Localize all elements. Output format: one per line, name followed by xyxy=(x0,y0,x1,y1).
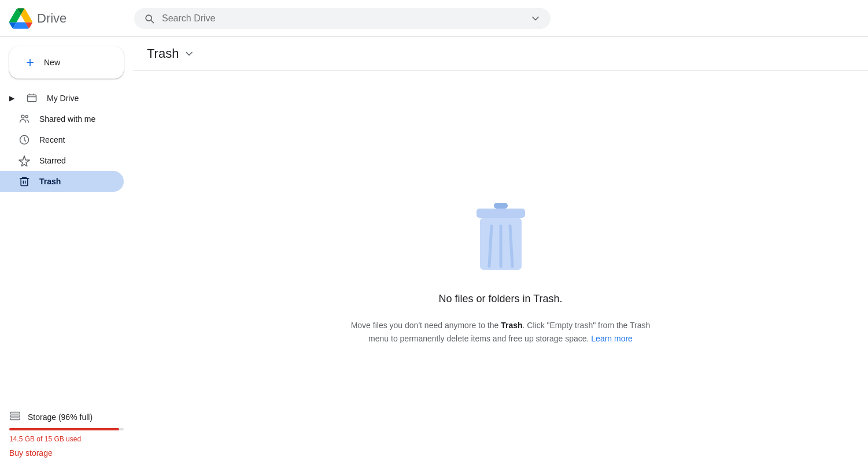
svg-rect-9 xyxy=(477,209,525,218)
sidebar-item-recent[interactable]: Recent xyxy=(0,129,124,150)
expand-arrow-icon: ▶ xyxy=(9,94,14,102)
my-drive-icon xyxy=(26,92,38,104)
search-bar[interactable] xyxy=(134,8,551,29)
sidebar-item-my-drive-label: My Drive xyxy=(47,94,79,103)
clock-icon xyxy=(19,134,30,146)
trash-empty-illustration xyxy=(466,198,535,279)
svg-rect-7 xyxy=(10,418,20,419)
sidebar-item-my-drive[interactable]: ▶ My Drive xyxy=(0,88,124,109)
sidebar-item-starred-label: Starred xyxy=(39,156,66,165)
content-body: No files or folders in Trash. Move files… xyxy=(133,71,868,472)
storage-bar-fill xyxy=(9,428,119,430)
empty-desc-bold: Trash xyxy=(501,321,522,330)
sidebar-item-shared-label: Shared with me xyxy=(39,114,95,124)
empty-state-description: Move files you don't need anymore to the… xyxy=(350,319,651,345)
new-button-label: New xyxy=(44,58,60,67)
empty-state-title: No files or folders in Trash. xyxy=(438,293,562,305)
sidebar: + New ▶ My Drive xyxy=(0,37,133,472)
storage-header-text: Storage (96% full) xyxy=(28,412,93,422)
svg-rect-6 xyxy=(10,415,20,417)
sidebar-item-shared-with-me[interactable]: Shared with me xyxy=(0,109,124,129)
search-dropdown-arrow-icon[interactable] xyxy=(530,13,541,24)
sidebar-item-trash-label: Trash xyxy=(39,177,61,186)
drive-logo-icon xyxy=(9,7,32,30)
content-area: Trash No files or folders in xyxy=(133,37,868,472)
svg-point-2 xyxy=(25,116,28,118)
storage-used-text: 14.5 GB of 15 GB used xyxy=(9,435,124,443)
topbar: Drive xyxy=(0,0,868,37)
search-icon xyxy=(143,13,155,24)
main-layout: + New ▶ My Drive xyxy=(0,37,868,472)
star-icon xyxy=(19,155,30,166)
empty-desc-part1: Move files you don't need anymore to the xyxy=(351,321,501,330)
sidebar-item-starred[interactable]: Starred xyxy=(0,150,124,171)
storage-header: Storage (96% full) xyxy=(9,410,124,423)
trash-icon xyxy=(19,176,30,187)
storage-section: Storage (96% full) 14.5 GB of 15 GB used… xyxy=(0,401,133,467)
page-title: Trash xyxy=(147,46,179,61)
learn-more-link[interactable]: Learn more xyxy=(591,334,633,343)
logo-area[interactable]: Drive xyxy=(9,7,125,30)
storage-icon xyxy=(9,410,21,423)
people-icon xyxy=(19,113,30,125)
svg-rect-0 xyxy=(28,95,36,102)
svg-rect-4 xyxy=(21,179,28,186)
svg-rect-5 xyxy=(10,412,20,414)
search-input[interactable] xyxy=(162,13,523,24)
new-button[interactable]: + New xyxy=(9,46,124,79)
plus-icon: + xyxy=(23,55,37,69)
app-title: Drive xyxy=(37,11,67,26)
sidebar-item-trash[interactable]: Trash xyxy=(0,171,124,192)
svg-rect-8 xyxy=(494,203,508,209)
page-title-dropdown-icon[interactable] xyxy=(183,48,195,60)
buy-storage-button[interactable]: Buy storage xyxy=(9,448,53,458)
storage-bar-background xyxy=(9,428,124,430)
content-header: Trash xyxy=(133,37,868,71)
sidebar-item-recent-label: Recent xyxy=(39,135,65,144)
svg-point-1 xyxy=(21,115,24,118)
